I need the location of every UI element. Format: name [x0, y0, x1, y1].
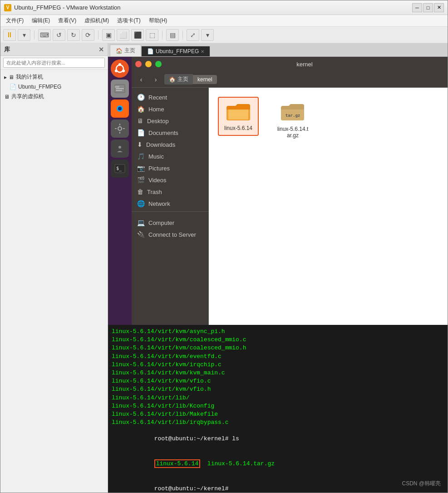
fm-sidebar: 🕐 Recent 🏠 Home 🖥 Desktop — [132, 88, 209, 325]
fm-title: kernel — [165, 61, 444, 68]
terminal-ls-output: linux-5.6.14 linux-5.6.14.tar.gz — [112, 452, 444, 477]
window-controls: ─ □ ✕ — [412, 3, 444, 12]
vm-tab-icon: 📄 — [147, 48, 154, 55]
expand-icon: ▸ — [4, 74, 7, 80]
sidebar-item-home[interactable]: 🏠 Home — [132, 103, 208, 115]
menu-view[interactable]: 查看(V) — [54, 16, 80, 25]
fm-maximize-button[interactable] — [155, 61, 162, 67]
terminal-prompt-1: root@ubuntu:~/kernel# ls — [112, 427, 444, 452]
svg-point-11 — [118, 107, 122, 110]
files-launcher-icon[interactable] — [111, 80, 129, 98]
minimize-button[interactable]: ─ — [412, 3, 422, 12]
sidebar-item-recent[interactable]: 🕐 Recent — [132, 91, 208, 103]
vm-display: $_ kernel — [108, 57, 448, 493]
terminal-line-9: linux-5.6.14/virt/lib/ — [112, 394, 444, 402]
downloads-icon: ⬇ — [137, 141, 143, 148]
sidebar-header: 库 ✕ — [0, 43, 108, 56]
toolbar-dropdown-2[interactable]: ▾ — [201, 29, 214, 41]
terminal-launcher-icon[interactable]: $_ — [111, 159, 129, 178]
sidebar-item-videos[interactable]: 🎬 Videos — [132, 174, 208, 186]
toolbar-btn-7[interactable]: ⬛ — [131, 29, 144, 41]
tab-close-button[interactable]: ✕ — [201, 49, 204, 54]
tab-bar: 🏠 主页 📄 Ubuntu_FFMPEG ✕ — [108, 43, 448, 57]
tab-ubuntu-ffmpeg[interactable]: 📄 Ubuntu_FFMPEG ✕ — [141, 46, 210, 56]
file-manager: $_ kernel — [108, 57, 448, 325]
menu-help[interactable]: 帮助(H) — [145, 16, 171, 25]
menu-bar: 文件(F) 编辑(E) 查看(V) 虚拟机(M) 选项卡(T) 帮助(H) — [0, 15, 448, 27]
tab-home[interactable]: 🏠 主页 — [110, 45, 141, 56]
menu-file[interactable]: 文件(F) — [2, 16, 27, 25]
pause-button[interactable]: ⏸ — [3, 29, 16, 41]
terminal-prompt-2: root@ubuntu:~/kernel# — [112, 476, 444, 493]
fm-minimize-button[interactable] — [145, 61, 152, 67]
sidebar-item-my-computer[interactable]: ▸ 🖥 我的计算机 — [0, 72, 108, 82]
svg-rect-17 — [123, 128, 125, 129]
sidebar-item-desktop[interactable]: 🖥 Desktop — [132, 115, 208, 127]
fm-files-area: linux-5.6.14 tar. — [209, 88, 448, 325]
restore-button[interactable]: □ — [423, 3, 433, 12]
sidebar-item-connect-server[interactable]: 🔌 Connect to Server — [132, 229, 208, 240]
send-key-button[interactable]: ⌨ — [38, 29, 51, 41]
ubuntu-button[interactable] — [111, 60, 129, 78]
toolbar-btn-8[interactable]: ⬚ — [146, 29, 158, 41]
computer-icon: 🖥 — [9, 74, 14, 80]
settings-launcher-icon[interactable] — [111, 120, 129, 138]
menu-tabs[interactable]: 选项卡(T) — [113, 16, 144, 25]
svg-point-19 — [118, 146, 121, 149]
vmware-window: V Ubuntu_FFMPEG - VMware Workstation ─ □… — [0, 0, 448, 493]
sidebar-item-shared-vm[interactable]: 🖥 共享的虚拟机 — [0, 91, 108, 102]
svg-point-13 — [118, 127, 121, 130]
sidebar-item-computer[interactable]: 💻 Computer — [132, 217, 208, 229]
toolbar-btn-4[interactable]: ⟳ — [82, 29, 94, 41]
close-button[interactable]: ✕ — [434, 3, 444, 12]
vm-content-area: 🏠 主页 📄 Ubuntu_FFMPEG ✕ — [108, 43, 448, 493]
file-item-linux-folder[interactable]: linux-5.6.14 — [218, 97, 259, 136]
sidebar-item-documents[interactable]: 📄 Documents — [132, 127, 208, 139]
fm-close-button[interactable] — [135, 61, 142, 67]
sidebar-item-downloads[interactable]: ⬇ Downloads — [132, 139, 208, 150]
breadcrumb-current[interactable]: kernel — [193, 75, 217, 84]
sidebar-item-network[interactable]: 🌐 Network — [132, 198, 208, 209]
terminal-line-5: linux-5.6.14/virt/kvm/irqchip.c — [112, 361, 444, 369]
toolbar-dropdown[interactable]: ▾ — [18, 29, 30, 41]
secret-launcher-icon[interactable] — [111, 139, 129, 158]
menu-edit[interactable]: 编辑(E) — [28, 16, 54, 25]
toolbar-btn-9[interactable]: ▤ — [166, 29, 179, 41]
main-area: 库 ✕ ▸ 🖥 我的计算机 📄 Ubuntu_FFMPEG 🖥 共享的虚拟 — [0, 43, 448, 493]
file-item-archive[interactable]: tar.gz linux-5.6.14.tar.gz — [272, 97, 313, 142]
documents-icon: 📄 — [137, 129, 145, 136]
terminal-line-7: linux-5.6.14/virt/kvm/vfio.c — [112, 377, 444, 385]
terminal-line-2: linux-5.6.14/virt/kvm/coalesced_mmio.c — [112, 336, 444, 344]
title-bar: V Ubuntu_FFMPEG - VMware Workstation ─ □… — [0, 0, 448, 15]
sidebar-search-input[interactable] — [3, 58, 105, 68]
toolbar-btn-5[interactable]: ▣ — [102, 29, 115, 41]
window-title: Ubuntu_FFMPEG - VMware Workstation — [14, 4, 409, 11]
toolbar-btn-6[interactable]: ⬜ — [117, 29, 129, 41]
svg-text:$_: $_ — [116, 166, 122, 171]
ubuntu-launcher: $_ — [108, 57, 132, 325]
sidebar-item-trash[interactable]: 🗑 Trash — [132, 186, 208, 198]
pictures-icon: 📷 — [137, 164, 145, 172]
archive-label: linux-5.6.14.tar.gz — [276, 126, 310, 139]
sidebar-item-pictures[interactable]: 📷 Pictures — [132, 162, 208, 174]
music-icon: 🎵 — [137, 153, 145, 160]
toolbar-btn-2[interactable]: ↺ — [53, 29, 65, 41]
toolbar-btn-10[interactable]: ⤢ — [187, 29, 199, 41]
fm-back-button[interactable]: ‹ — [135, 74, 147, 85]
watermark: CSDN @韩曜亮 — [402, 480, 441, 488]
sidebar-item-ubuntu-ffmpeg[interactable]: 📄 Ubuntu_FFMPEG — [0, 82, 108, 91]
toolbar-divider-4 — [182, 30, 183, 40]
toolbar-btn-3[interactable]: ↻ — [67, 29, 80, 41]
breadcrumb-home[interactable]: 🏠 主页 — [164, 74, 193, 85]
firefox-launcher-icon[interactable] — [111, 100, 129, 118]
fm-breadcrumb: 🏠 主页 kernel — [164, 74, 217, 85]
sidebar-close-button[interactable]: ✕ — [98, 46, 104, 53]
toolbar-divider-1 — [34, 30, 34, 40]
shared-icon: 🖥 — [4, 94, 10, 100]
sidebar-item-music[interactable]: 🎵 Music — [132, 150, 208, 162]
connect-server-icon: 🔌 — [137, 231, 145, 238]
terminal-line-1: linux-5.6.14/virt/kvm/async_pi.h — [112, 328, 444, 336]
menu-vm[interactable]: 虚拟机(M) — [81, 16, 113, 25]
terminal-line-4: linux-5.6.14/virt/kvm/eventfd.c — [112, 353, 444, 361]
fm-forward-button[interactable]: › — [150, 74, 162, 85]
